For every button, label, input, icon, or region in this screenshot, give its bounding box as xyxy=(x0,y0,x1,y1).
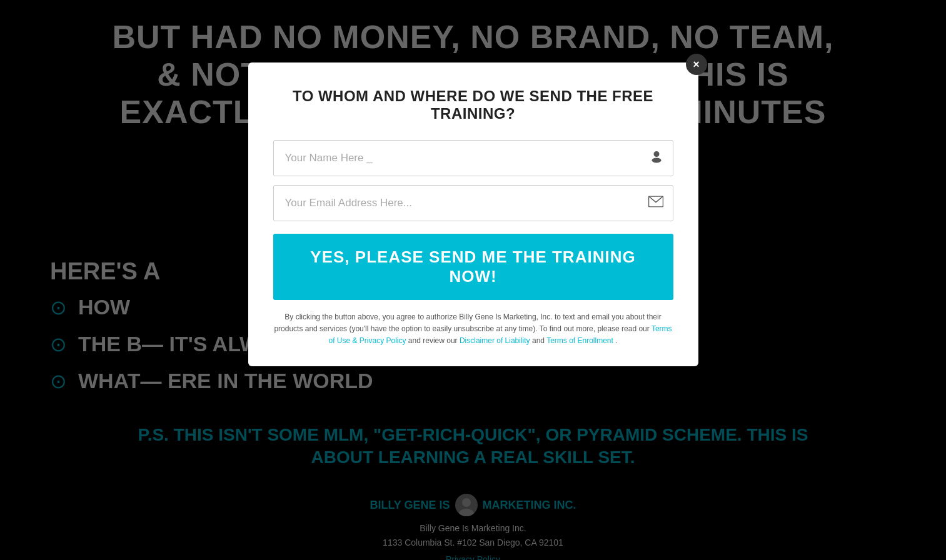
modal-dialog: × TO WHOM AND WHERE DO WE SEND THE FREE … xyxy=(248,62,698,366)
terms-of-enrollment-link[interactable]: Terms of Enrollment xyxy=(546,336,613,345)
modal-overlay: × TO WHOM AND WHERE DO WE SEND THE FREE … xyxy=(0,0,946,560)
email-icon xyxy=(648,196,663,211)
modal-close-button[interactable]: × xyxy=(686,54,707,75)
name-input[interactable] xyxy=(273,140,673,176)
modal-title: TO WHOM AND WHERE DO WE SEND THE FREE TR… xyxy=(273,88,673,122)
name-input-wrapper xyxy=(273,140,673,176)
person-icon xyxy=(650,150,663,167)
disclaimer-of-liability-link[interactable]: Disclaimer of Liability xyxy=(460,336,530,345)
modal-submit-button[interactable]: YES, PLEASE SEND ME THE TRAINING NOW! xyxy=(273,234,673,300)
email-input-wrapper xyxy=(273,185,673,221)
email-input[interactable] xyxy=(273,185,673,221)
svg-point-4 xyxy=(652,158,661,163)
svg-point-3 xyxy=(653,151,659,157)
modal-disclaimer: By clicking the button above, you agree … xyxy=(273,311,673,348)
